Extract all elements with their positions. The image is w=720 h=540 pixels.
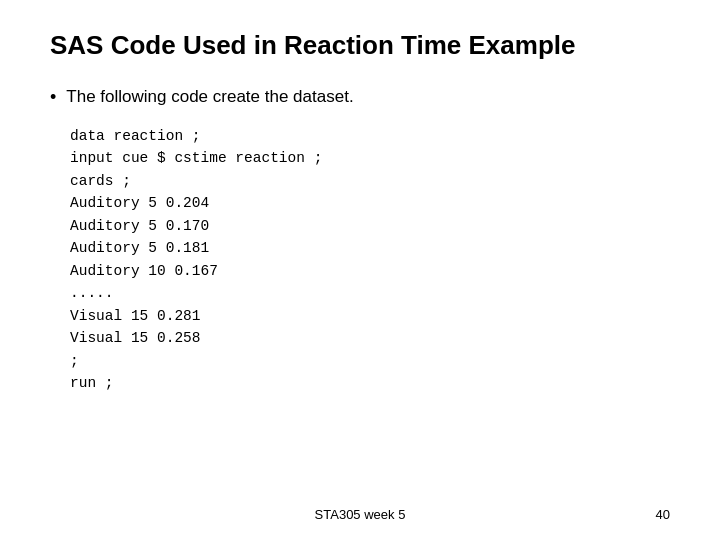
- code-block: data reaction ; input cue $ cstime react…: [70, 125, 670, 395]
- footer-page-number: 40: [656, 507, 670, 522]
- slide: SAS Code Used in Reaction Time Example •…: [0, 0, 720, 540]
- bullet-icon: •: [50, 87, 56, 108]
- bullet-point: • The following code create the dataset.: [50, 85, 670, 109]
- footer-center: STA305 week 5: [315, 507, 406, 522]
- slide-title: SAS Code Used in Reaction Time Example: [50, 30, 670, 61]
- bullet-text: The following code create the dataset.: [66, 85, 353, 109]
